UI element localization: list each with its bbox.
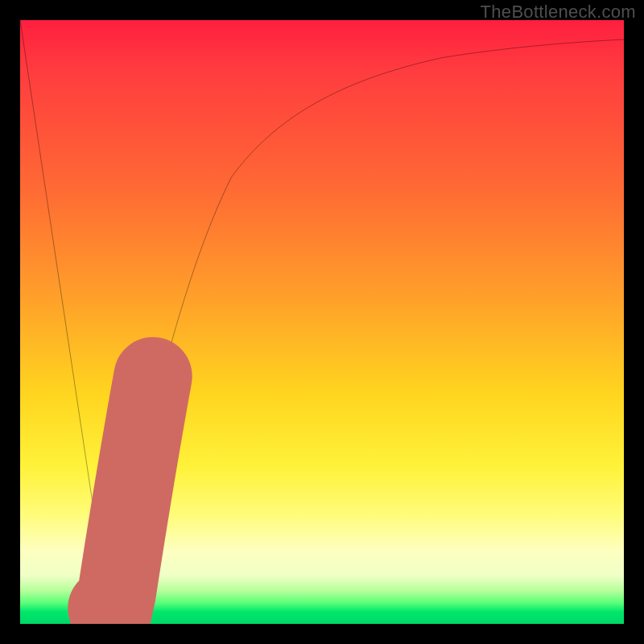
chart-stage: TheBottleneck.com — [0, 0, 644, 644]
red-highlight — [107, 377, 153, 622]
watermark-text: TheBottleneck.com — [481, 2, 636, 23]
curve-layer — [20, 20, 624, 624]
plot-area — [20, 20, 624, 624]
